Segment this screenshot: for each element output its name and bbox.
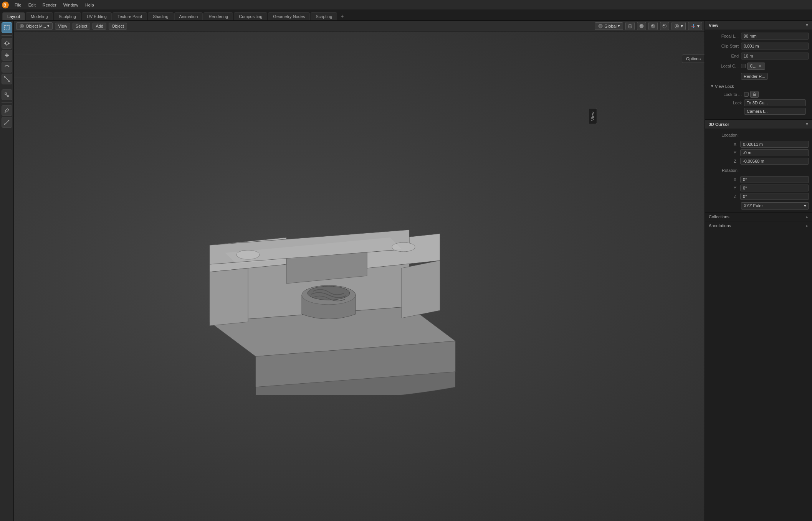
tab-animation[interactable]: Animation [174, 12, 203, 20]
local-c-checkbox[interactable] [741, 64, 746, 68]
add-menu[interactable]: Add [93, 23, 106, 30]
cursor-icon [4, 40, 10, 46]
tool-separator [2, 35, 12, 36]
3d-viewport-bg: Options View [14, 31, 705, 521]
rot-z-input[interactable]: 0° [740, 193, 809, 200]
camera-t-btn[interactable]: Camera t... [744, 108, 806, 115]
rot-x-label: X [708, 177, 739, 182]
loc-y-label: Y [708, 150, 739, 155]
rot-x-input[interactable]: 0° [740, 176, 809, 183]
rotation-mode-row: XYZ Euler ▾ [708, 201, 809, 210]
render-r-button[interactable]: Render R... [741, 73, 768, 80]
menu-edit[interactable]: Edit [25, 2, 39, 8]
svg-point-31 [651, 24, 655, 28]
svg-point-29 [640, 24, 643, 28]
scale-icon [4, 76, 10, 82]
show-gizmos-btn[interactable]: ▾ [688, 22, 702, 30]
rotation-mode-dropdown[interactable]: XYZ Euler ▾ [741, 202, 809, 209]
render-icon [662, 23, 667, 29]
menu-file[interactable]: File [12, 2, 25, 8]
overlays-icon [674, 23, 680, 29]
object-menu[interactable]: Object [109, 23, 127, 30]
loc-x-input[interactable]: 0.02811 m [740, 141, 809, 148]
viewport-canvas[interactable]: Options View [14, 31, 705, 521]
tab-scripting[interactable]: Scripting [311, 12, 337, 20]
lock-icon-button[interactable] [750, 91, 759, 98]
tab-shading[interactable]: Shading [148, 12, 173, 20]
right-panel: View ▾ Focal L... 90 mm Clip Start 0.001… [705, 21, 812, 521]
svg-rect-11 [4, 76, 5, 77]
cursor-3d-header[interactable]: 3D Cursor ▾ [705, 120, 812, 129]
view-section-header[interactable]: View ▾ [705, 21, 812, 30]
svg-rect-12 [8, 81, 10, 82]
local-c-btn-label: C... [750, 64, 756, 68]
global-selector[interactable]: Global ▾ [595, 22, 623, 30]
annotations-arrow: ▸ [806, 224, 808, 228]
gizmo-icon [691, 23, 696, 29]
select-menu[interactable]: Select [73, 23, 91, 30]
tab-add-button[interactable]: + [338, 12, 346, 20]
tool-annotate[interactable] [2, 105, 12, 116]
tab-compositing[interactable]: Compositing [234, 12, 267, 20]
view-lock-header[interactable]: ▾ View Lock [711, 84, 806, 89]
view-lock-title: View Lock [715, 84, 734, 89]
viewport-shading-wireframe[interactable] [625, 22, 635, 30]
viewport-shading-solid[interactable] [637, 22, 646, 30]
loc-y-input[interactable]: -0 m [740, 149, 809, 156]
left-toolbar [0, 21, 14, 521]
tab-layout[interactable]: Layout [2, 12, 25, 20]
location-z-row: Z -0.00568 m [708, 158, 809, 165]
menu-help[interactable]: Help [82, 2, 97, 8]
mode-icon [19, 23, 25, 29]
to-3d-cu-btn[interactable]: To 3D Cu... [744, 99, 806, 106]
menu-render[interactable]: Render [40, 2, 60, 8]
options-button[interactable]: Options [682, 54, 705, 63]
local-c-button[interactable]: C... ✕ [747, 63, 765, 70]
svg-point-33 [663, 24, 666, 28]
local-c-x-btn[interactable]: ✕ [757, 64, 762, 69]
rot-y-input[interactable]: 0° [740, 185, 809, 191]
top-menu-bar: B File Edit Render Window Help [0, 0, 812, 10]
tool-measure[interactable] [2, 117, 12, 128]
tape-dispenser-model [179, 157, 471, 395]
lock-to-checkbox[interactable] [744, 92, 749, 97]
view-section: View ▾ Focal L... 90 mm Clip Start 0.001… [705, 21, 812, 120]
view-collapse-arrow: ▾ [806, 23, 808, 28]
rotation-mode-value: XYZ Euler [744, 203, 763, 208]
annotations-row[interactable]: Annotations ▸ [705, 221, 812, 230]
svg-rect-44 [753, 94, 756, 96]
tab-modeling[interactable]: Modeling [26, 12, 53, 20]
svg-rect-13 [5, 93, 7, 94]
view-menu[interactable]: View [55, 23, 70, 30]
tool-scale[interactable] [2, 74, 12, 84]
loc-z-input[interactable]: -0.00568 m [740, 158, 809, 165]
focal-length-input[interactable]: 90 mm [741, 33, 809, 40]
collections-label: Collections [709, 214, 729, 219]
tool-transform[interactable] [2, 89, 12, 100]
viewport-shading-material[interactable] [648, 22, 658, 30]
lock-row-label: Lock [711, 101, 742, 105]
mode-selector[interactable]: Object M... ▾ [16, 22, 53, 30]
viewport-shading-render[interactable] [660, 22, 669, 30]
lock-label-row: Lock To 3D Cu... [711, 99, 806, 107]
solid-icon [639, 23, 644, 29]
tool-move[interactable] [2, 50, 12, 61]
menu-window[interactable]: Window [60, 2, 81, 8]
tool-rotate[interactable] [2, 62, 12, 73]
tool-select[interactable] [2, 22, 12, 33]
clip-end-input[interactable]: 10 m [741, 53, 809, 59]
svg-line-18 [5, 120, 9, 125]
n-panel-tab[interactable]: View [589, 108, 597, 124]
tab-rendering[interactable]: Rendering [203, 12, 233, 20]
global-icon [598, 23, 603, 29]
tool-cursor[interactable] [2, 38, 12, 49]
tab-geometry-nodes[interactable]: Geometry Nodes [268, 12, 310, 20]
show-overlays-btn[interactable]: ▾ [671, 22, 686, 30]
tab-sculpting[interactable]: Sculpting [54, 12, 81, 20]
tab-uv-editing[interactable]: UV Editing [82, 12, 112, 20]
tab-texture-paint[interactable]: Texture Paint [112, 12, 147, 20]
3d-model [179, 157, 471, 396]
clip-start-input[interactable]: 0.001 m [741, 43, 809, 49]
local-c-row: Local C... C... ✕ [708, 62, 809, 70]
collections-row[interactable]: Collections ▸ [705, 213, 812, 221]
